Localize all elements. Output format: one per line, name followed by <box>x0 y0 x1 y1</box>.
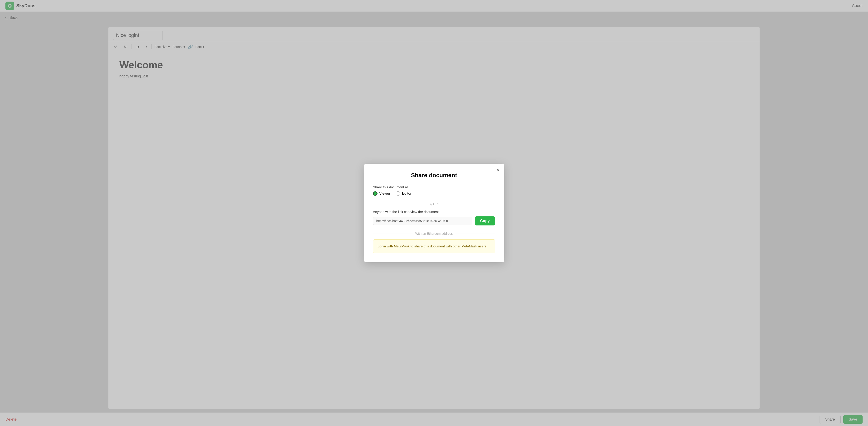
url-description: Anyone with the link can view the docume… <box>373 210 495 214</box>
url-input[interactable] <box>373 217 473 225</box>
ethereum-label: With an Ethereum address <box>415 232 453 235</box>
editor-option[interactable]: Editor <box>396 191 411 196</box>
url-row: Copy <box>373 216 495 225</box>
copy-button[interactable]: Copy <box>475 216 495 225</box>
metamask-notice-text: Login with MetaMask to share this docume… <box>378 244 487 248</box>
share-as-label: Share this document as <box>373 185 495 189</box>
share-modal: Share document × Share this document as … <box>364 164 504 262</box>
modal-overlay[interactable]: Share document × Share this document as … <box>0 0 868 426</box>
ethereum-divider: With an Ethereum address <box>373 232 495 235</box>
editor-label: Editor <box>402 191 411 195</box>
viewer-radio[interactable] <box>373 191 377 196</box>
modal-title: Share document <box>373 172 495 179</box>
viewer-option[interactable]: Viewer <box>373 191 391 196</box>
by-url-label: By URL <box>429 202 439 206</box>
by-url-divider: By URL <box>373 202 495 206</box>
editor-radio[interactable] <box>396 191 400 196</box>
viewer-label: Viewer <box>379 191 391 195</box>
modal-close-button[interactable]: × <box>497 168 500 173</box>
metamask-notice: Login with MetaMask to share this docume… <box>373 240 495 253</box>
share-type-radio-group: Viewer Editor <box>373 191 495 196</box>
